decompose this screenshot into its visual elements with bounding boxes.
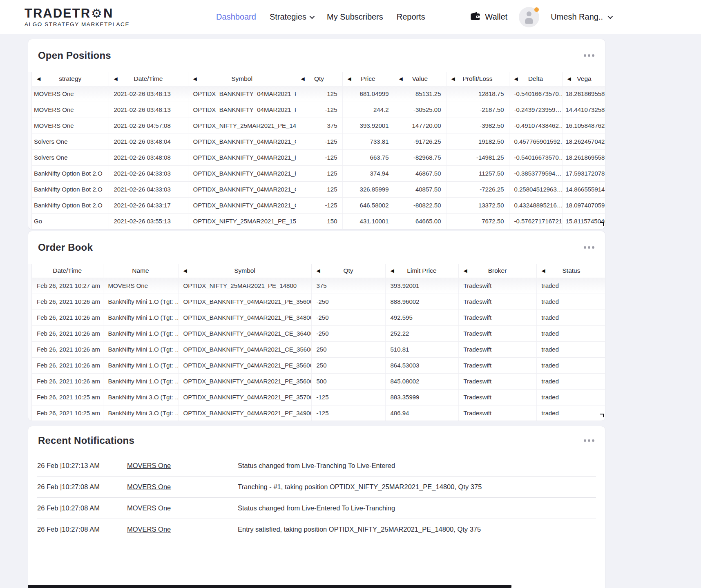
collapse-column-icon[interactable]: ◀	[542, 268, 545, 274]
cell-strategy: Solvers One	[32, 149, 109, 165]
nav-strategies[interactable]: Strategies	[270, 12, 313, 22]
cell-qty: 125	[296, 86, 342, 102]
column-header-strategy[interactable]: ◀strategy	[32, 72, 109, 86]
cell-profit_loss: -7226.25	[446, 181, 509, 197]
notification-strategy-link[interactable]: MOVERS One	[127, 462, 171, 469]
cell-vega: 18.0974070593	[562, 197, 605, 213]
card-menu-button[interactable]	[583, 244, 595, 251]
column-header-qty[interactable]: ◀Qty	[296, 72, 342, 86]
column-label: Profit/Loss	[462, 75, 492, 82]
collapse-column-icon[interactable]: ◀	[391, 268, 394, 274]
column-header-symbol[interactable]: ◀Symbol	[188, 72, 296, 86]
table-row: Feb 26, 2021 10:26 amBankNifty Mini 1.O …	[32, 373, 605, 389]
collapse-column-icon[interactable]: ◀	[451, 76, 455, 82]
table-row: Feb 26, 2021 10:26 amBankNifty Mini 1.O …	[32, 357, 605, 373]
collapse-column-icon[interactable]: ◀	[37, 76, 40, 82]
user-name: Umesh Rang..	[551, 12, 603, 22]
column-label: Broker	[488, 267, 507, 274]
column-header-profit_loss[interactable]: ◀Profit/Loss	[446, 72, 509, 86]
cell-name: BankNifty Mini 1.O (Tgt: …	[103, 373, 178, 389]
nav-dashboard[interactable]: Dashboard	[216, 12, 256, 22]
notification-strategy-link[interactable]: MOVERS One	[127, 483, 171, 490]
notification-strategy-link[interactable]: MOVERS One	[127, 526, 171, 533]
cell-qty: -125	[296, 102, 342, 118]
table-row: BankNifty Option Bot 2.O2021-02-26 04:33…	[32, 181, 605, 197]
collapse-column-icon[interactable]: ◀	[348, 76, 351, 82]
column-label: Qty	[343, 267, 353, 274]
cell-price: 431.10001	[342, 213, 394, 229]
table-row: MOVERS One2021-02-26 03:48:13OPTIDX_BANK…	[32, 102, 605, 118]
column-header-price[interactable]: ◀Price	[342, 72, 394, 86]
column-header-status[interactable]: ◀Status	[536, 264, 605, 278]
card-menu-button[interactable]	[583, 437, 595, 444]
table-header-row: ◀strategy◀Date/Time◀Symbol◀Qty◀Price◀Val…	[32, 72, 605, 86]
nav-reports[interactable]: Reports	[397, 12, 425, 22]
nav-my-subscribers[interactable]: My Subscribers	[327, 12, 383, 22]
cell-vega: 18.2618695586	[562, 149, 605, 165]
cell-datetime: Feb 26, 2021 10:26 am	[32, 357, 103, 373]
order-book-header: Order Book	[28, 231, 605, 264]
horizontal-scrollbar[interactable]	[28, 585, 511, 588]
app-logo[interactable]: TRADETR⚙N ALGO STRATEGY MARKETPLACE	[25, 7, 129, 27]
table-row: BankNifty Option Bot 2.O2021-02-26 04:33…	[32, 165, 605, 181]
column-label: Symbol	[234, 267, 255, 274]
column-header-delta[interactable]: ◀Delta	[509, 72, 562, 86]
cell-symbol: OPTIDX_BANKNIFTY_04MAR2021_CE_35600	[178, 341, 311, 357]
collapse-column-icon[interactable]: ◀	[514, 76, 518, 82]
column-header-symbol[interactable]: ◀Symbol	[178, 264, 311, 278]
collapse-column-icon[interactable]: ◀	[567, 76, 571, 82]
table-row: Feb 26, 2021 10:25 amBankNifty Mini 3.O …	[32, 405, 605, 421]
column-header-qty[interactable]: ◀Qty	[311, 264, 385, 278]
nav-my-subscribers-label: My Subscribers	[327, 12, 383, 22]
nav-reports-label: Reports	[397, 12, 425, 22]
column-header-broker[interactable]: ◀Broker	[458, 264, 536, 278]
avatar[interactable]	[519, 7, 539, 27]
notification-time: 26 Feb |10:27:08 AM	[37, 504, 127, 512]
collapse-column-icon[interactable]: ◀	[317, 268, 320, 274]
cell-delta: 0.43248895216…	[509, 197, 562, 213]
cell-price: 326.85999	[342, 181, 394, 197]
collapse-column-icon[interactable]: ◀	[464, 268, 467, 274]
collapse-column-icon[interactable]: ◀	[114, 76, 118, 82]
chevron-down-icon	[310, 14, 315, 19]
cell-datetime: Feb 26, 2021 10:26 am	[32, 341, 103, 357]
collapse-column-icon[interactable]: ◀	[193, 76, 197, 82]
cell-datetime: 2021-02-26 04:33:03	[109, 165, 188, 181]
user-menu[interactable]: Umesh Rang..	[551, 12, 612, 22]
table-row: MOVERS One2021-02-26 04:57:08OPTIDX_NIFT…	[32, 118, 605, 134]
table-row: Feb 26, 2021 10:26 amBankNifty Mini 1.O …	[32, 341, 605, 357]
open-positions-title: Open Positions	[38, 50, 111, 61]
logo-text-post: N	[103, 7, 113, 20]
cell-price: 374.94	[342, 165, 394, 181]
cell-symbol: OPTIDX_NIFTY_25MAR2021_PE_150…	[188, 213, 296, 229]
cell-strategy: MOVERS One	[32, 86, 109, 102]
cell-status: traded	[536, 357, 605, 373]
column-header-vega[interactable]: ◀Vega	[562, 72, 605, 86]
cell-broker: Tradeswift	[458, 373, 536, 389]
collapse-column-icon[interactable]: ◀	[183, 268, 187, 274]
column-header-limit_price[interactable]: ◀Limit Price	[385, 264, 458, 278]
cell-qty: -125	[311, 405, 385, 421]
column-header-value[interactable]: ◀Value	[394, 72, 446, 86]
table-row: Feb 26, 2021 10:26 amBankNifty Mini 1.O …	[32, 310, 605, 325]
cell-value: 64665.00	[394, 213, 446, 229]
wallet-button[interactable]: Wallet	[470, 11, 507, 23]
collapse-column-icon[interactable]: ◀	[301, 76, 305, 82]
cell-qty: -250	[311, 294, 385, 310]
cell-profit_loss: 7672.50	[446, 213, 509, 229]
notification-strategy-link[interactable]: MOVERS One	[127, 504, 171, 512]
cell-status: traded	[536, 405, 605, 421]
cell-status: traded	[536, 278, 605, 294]
column-header-datetime[interactable]: ◀Date/Time	[109, 72, 188, 86]
cell-limit_price: 486.94	[385, 405, 458, 421]
recent-notifications-card: Recent Notifications 26 Feb |10:27:13 AM…	[28, 426, 605, 588]
collapse-column-icon[interactable]: ◀	[399, 76, 403, 82]
cell-datetime: Feb 26, 2021 10:26 am	[32, 325, 103, 341]
column-label: Value	[412, 75, 428, 82]
cell-symbol: OPTIDX_BANKNIFTY_04MAR2021_PE_34900	[178, 405, 311, 421]
cell-value: 147720.00	[394, 118, 446, 134]
card-menu-button[interactable]	[583, 52, 595, 59]
table-row: Go2021-02-26 03:55:13OPTIDX_NIFTY_25MAR2…	[32, 213, 605, 229]
cell-limit_price: 864.53003	[385, 357, 458, 373]
order-book-table-viewport: Date/TimeName◀Symbol◀Qty◀Limit Price◀Bro…	[28, 264, 605, 421]
